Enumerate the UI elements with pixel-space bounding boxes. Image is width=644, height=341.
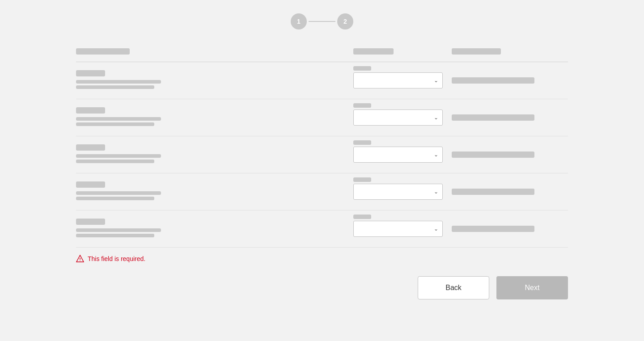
row-title [76,181,105,188]
table-header [76,43,568,62]
row-type-col: ⌄ [353,221,443,237]
table-row: ⌄ [76,99,568,136]
col-type-header [353,48,443,56]
row-name-col [76,181,353,202]
value-header-label [452,48,501,55]
row-title [76,107,105,114]
row-desc-1 [76,117,161,121]
row-type-col: ⌄ [353,109,443,126]
main-content: ⌄ ⌄ [76,43,568,299]
row-title [76,219,105,225]
row-desc-1 [76,154,161,158]
select-wrapper[interactable]: ⌄ [353,221,443,237]
col-name-header [76,48,353,56]
type-header-label [353,48,394,55]
warning-icon [76,255,84,263]
type-label [353,140,371,145]
table-row: ⌄ [76,173,568,210]
error-message: This field is required. [88,255,145,262]
type-select[interactable] [353,72,443,88]
select-wrapper[interactable]: ⌄ [353,109,443,126]
back-button[interactable]: Back [418,276,489,299]
row-type-col: ⌄ [353,147,443,163]
col-value-header [452,48,568,56]
value-bar [452,114,534,121]
row-desc-2 [76,160,154,163]
row-name-col [76,144,353,165]
select-wrapper[interactable]: ⌄ [353,147,443,163]
row-desc-2 [76,197,154,200]
row-name-col [76,107,353,128]
button-row: Back Next [76,276,568,299]
type-select[interactable] [353,109,443,126]
row-title [76,144,105,151]
select-wrapper[interactable]: ⌄ [353,184,443,200]
step-line [309,21,335,22]
row-value-col [452,226,568,232]
stepper: 1 2 [0,0,644,43]
row-desc-1 [76,80,161,84]
row-type-col: ⌄ [353,184,443,200]
type-label [353,177,371,182]
step-2-circle: 2 [337,13,353,29]
next-button[interactable]: Next [496,276,568,299]
error-container: This field is required. [76,255,568,263]
table-row: ⌄ [76,136,568,173]
value-bar [452,189,534,195]
row-value-col [452,77,568,84]
name-header-label [76,48,130,55]
select-wrapper[interactable]: ⌄ [353,72,443,88]
type-select[interactable] [353,221,443,237]
row-desc-1 [76,228,161,232]
type-label [353,215,371,219]
step-1-circle: 1 [291,13,307,29]
row-desc-2 [76,122,154,126]
row-value-col [452,114,568,121]
table-row: ⌄ [76,62,568,99]
type-select[interactable] [353,147,443,163]
type-label [353,103,371,108]
row-name-col [76,219,353,239]
value-bar [452,77,534,84]
row-value-col [452,189,568,195]
row-desc-2 [76,85,154,89]
svg-point-1 [80,261,80,261]
value-bar [452,226,534,232]
row-desc-1 [76,191,161,195]
value-bar [452,152,534,158]
table-row: ⌄ [76,210,568,248]
row-value-col [452,152,568,158]
type-select[interactable] [353,184,443,200]
row-title [76,70,105,76]
row-name-col [76,70,353,91]
type-label [353,66,371,71]
row-type-col: ⌄ [353,72,443,88]
row-desc-2 [76,234,154,237]
